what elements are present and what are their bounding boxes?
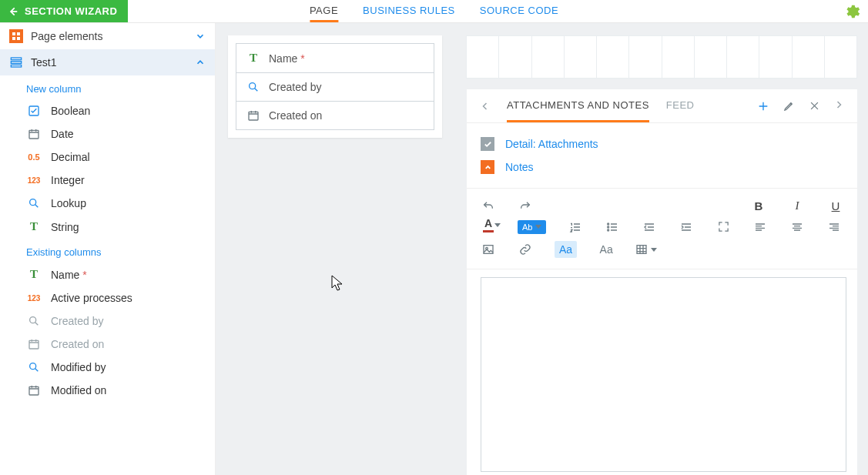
insert-table-button[interactable] [635,243,657,256]
italic-button[interactable]: I [789,199,805,212]
svg-point-10 [30,317,36,323]
underline-button[interactable]: U [828,199,843,212]
edit-tab-button[interactable] [783,100,795,112]
insert-image-button[interactable] [481,243,496,256]
highlight-button[interactable]: Ab [518,220,546,234]
integer-icon: 123 [26,176,42,185]
tab-nav-right[interactable] [834,100,843,112]
image-icon [482,243,494,256]
detail-row-notes[interactable]: Notes [481,156,843,179]
text-icon: T [246,52,261,65]
rich-text-toolbar: B I U A Ab [467,188,857,269]
date-icon [26,384,42,396]
text-icon: T [26,220,42,233]
fullscreen-button[interactable] [716,221,731,232]
detail-label: Detail: Attachments [505,138,598,150]
font-size-button[interactable]: Aa [555,241,577,258]
svg-point-9 [30,199,36,206]
list-ol-icon [569,221,581,233]
main-tabs: PAGE BUSINESS RULES SOURCE CODE [310,0,558,22]
indent-button[interactable] [679,221,694,233]
column-label: String [51,221,79,233]
outdent-button[interactable] [642,221,657,233]
undo-button[interactable] [481,200,496,212]
existing-column-active-processes[interactable]: 123Active processes [0,286,215,309]
lookup-icon [26,197,42,209]
column-type-decimal[interactable]: 0.5Decimal [0,146,215,169]
tab-page[interactable]: PAGE [310,0,338,22]
unordered-list-button[interactable] [605,221,620,233]
svg-point-14 [250,83,256,89]
svg-rect-2 [12,37,15,40]
font-family-button[interactable]: Aa [598,243,614,256]
integer-icon: 123 [26,294,42,303]
column-type-lookup[interactable]: Lookup [0,192,215,215]
list-ul-icon [606,221,618,233]
align-center-button[interactable] [789,221,805,233]
tab-container: ATTACHMENTS AND NOTES FEED [467,89,857,475]
lookup-icon [26,361,42,373]
detail-label: Notes [505,161,534,173]
date-icon [246,109,261,122]
lookup-icon [246,81,261,93]
canvas-field-name[interactable]: TName * [236,43,434,73]
align-left-button[interactable] [752,221,768,233]
back-button[interactable]: SECTION WIZARD [0,0,128,22]
tab-feed[interactable]: FEED [666,89,695,122]
tab-nav-left[interactable] [481,102,490,111]
bold-button[interactable]: B [751,199,766,212]
existing-column-name[interactable]: TName * [0,263,215,286]
section-icon [9,55,23,69]
column-type-boolean[interactable]: Boolean [0,99,215,122]
add-tab-button[interactable] [757,100,769,112]
align-left-icon [754,221,766,233]
tab-attachments-and-notes[interactable]: ATTACHMENTS AND NOTES [507,89,649,122]
decimal-icon: 0.5 [26,152,42,162]
caret-down-icon [535,225,541,229]
column-label: Integer [51,174,85,186]
detail-row-attachments[interactable]: Detail: Attachments [481,132,843,156]
column-type-date[interactable]: Date [0,122,215,146]
tab-source-code[interactable]: SOURCE CODE [480,0,558,22]
date-icon [26,128,42,140]
font-color-button[interactable]: A [481,217,496,236]
column-label: Modified on [51,384,106,396]
sidebar-section-header[interactable]: Test1 [0,49,215,75]
column-label: Boolean [51,105,90,117]
align-right-icon [828,221,840,233]
svg-rect-1 [17,32,20,35]
svg-rect-11 [29,340,39,349]
back-label: SECTION WIZARD [25,5,117,17]
align-center-icon [791,221,803,233]
existing-column-modified-by[interactable]: Modified by [0,356,215,379]
lookup-icon [26,315,42,327]
settings-button[interactable] [843,3,860,20]
canvas-field-created-on[interactable]: Created on [236,101,434,130]
caret-down-icon [494,223,501,227]
close-icon [809,100,820,112]
insert-link-button[interactable] [518,243,533,256]
plus-icon [757,100,769,112]
ordered-list-button[interactable] [568,221,583,233]
column-label: Decimal [51,151,90,163]
tab-business-rules[interactable]: BUSINESS RULES [363,0,455,22]
grid-placeholder[interactable] [467,35,857,79]
redo-button[interactable] [518,200,533,212]
delete-tab-button[interactable] [809,100,820,112]
pencil-icon [783,100,795,112]
new-column-title: New column [0,75,215,99]
column-label: Created by [51,315,103,327]
undo-icon [482,200,494,212]
existing-column-modified-on[interactable]: Modified on [0,379,215,402]
canvas-field-created-by[interactable]: Created by [236,72,434,102]
notes-editor[interactable] [481,277,846,472]
svg-rect-0 [12,32,15,35]
column-type-integer[interactable]: 123Integer [0,169,215,192]
column-label: Lookup [51,197,86,209]
sidebar-page-elements-header[interactable]: Page elements [0,23,215,49]
align-right-button[interactable] [826,221,842,233]
link-icon [519,243,531,256]
svg-rect-3 [17,37,20,40]
column-type-string[interactable]: TString [0,215,215,239]
svg-point-12 [30,363,36,370]
